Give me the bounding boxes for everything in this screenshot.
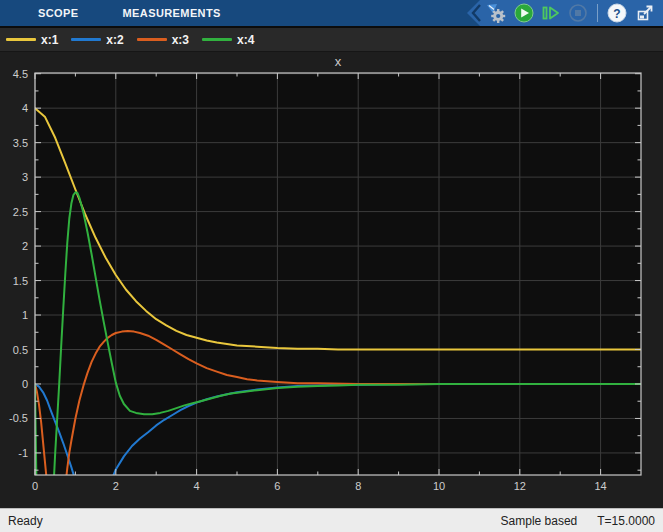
y-tick-label: 2 — [22, 240, 28, 252]
legend-swatch-line — [137, 38, 167, 41]
tab-measurements[interactable]: MEASUREMENTS — [121, 0, 223, 26]
x-tick-label: 14 — [594, 480, 606, 492]
x-tick-label: 6 — [274, 480, 280, 492]
sample-mode-label: Sample based — [501, 514, 578, 528]
run-button[interactable] — [512, 1, 536, 25]
dock-button[interactable] — [633, 1, 657, 25]
y-tick-label: 4 — [22, 102, 28, 114]
y-tick-label: -1 — [18, 447, 28, 459]
y-tick-label: 3 — [22, 171, 28, 183]
x-tick-label: 10 — [433, 480, 445, 492]
toolbar-divider — [597, 4, 598, 22]
step-forward-button[interactable] — [538, 1, 562, 25]
toolstrip: SCOPE MEASUREMENTS — [0, 0, 663, 26]
legend-item[interactable]: x:3 — [137, 33, 189, 47]
legend-item[interactable]: x:4 — [202, 33, 254, 47]
help-button[interactable]: ? — [605, 1, 629, 25]
y-tick-label: 1 — [22, 309, 28, 321]
legend-item[interactable]: x:1 — [6, 33, 58, 47]
legend-item-label: x:2 — [106, 33, 123, 47]
y-tick-label: 2.5 — [13, 206, 28, 218]
x-tick-label: 8 — [355, 480, 361, 492]
x-tick-label: 12 — [514, 480, 526, 492]
legend-swatch-line — [202, 38, 232, 41]
simulate-panel: ? — [467, 0, 663, 26]
legend-swatch-line — [6, 38, 36, 41]
y-tick-label: 1.5 — [13, 275, 28, 287]
y-tick-label: 0 — [22, 378, 28, 390]
question-circle-icon: ? — [606, 2, 628, 24]
legend-item-label: x:3 — [172, 33, 189, 47]
gear-icon — [485, 2, 507, 24]
y-tick-label: 0.5 — [13, 344, 28, 356]
sim-time-label: T=15.0000 — [597, 514, 655, 528]
y-tick-label: 3.5 — [13, 137, 28, 149]
y-tick-label: 4.5 — [13, 68, 28, 80]
legend-item-label: x:1 — [41, 33, 58, 47]
stop-button — [566, 1, 590, 25]
status-message: Ready — [0, 514, 501, 528]
plot-title: x — [35, 54, 641, 69]
legend-swatch-line — [71, 38, 101, 41]
scope-chart[interactable]: 02468101214-1-0.500.511.522.533.544.5 — [0, 52, 663, 508]
x-tick-label: 2 — [113, 480, 119, 492]
svg-text:?: ? — [613, 7, 620, 21]
pop-out-window-icon — [634, 2, 656, 24]
legend-bar: x:1x:2x:3x:4 — [0, 26, 663, 52]
plot-background — [35, 73, 641, 475]
play-circle-icon — [513, 2, 535, 24]
scope-window: SCOPE MEASUREMENTS — [0, 0, 663, 532]
status-bar: Ready Sample based T=15.0000 — [0, 508, 663, 532]
configuration-properties-button[interactable] — [484, 1, 508, 25]
y-tick-label: -0.5 — [9, 412, 28, 424]
legend-item-label: x:4 — [237, 33, 254, 47]
legend-item[interactable]: x:2 — [71, 33, 123, 47]
step-forward-icon — [539, 2, 561, 24]
tab-scope[interactable]: SCOPE — [36, 0, 81, 26]
stop-circle-icon — [567, 2, 589, 24]
x-tick-label: 0 — [32, 480, 38, 492]
plot-area[interactable]: x 02468101214-1-0.500.511.522.533.544.5 — [0, 52, 663, 508]
x-tick-label: 4 — [194, 480, 200, 492]
